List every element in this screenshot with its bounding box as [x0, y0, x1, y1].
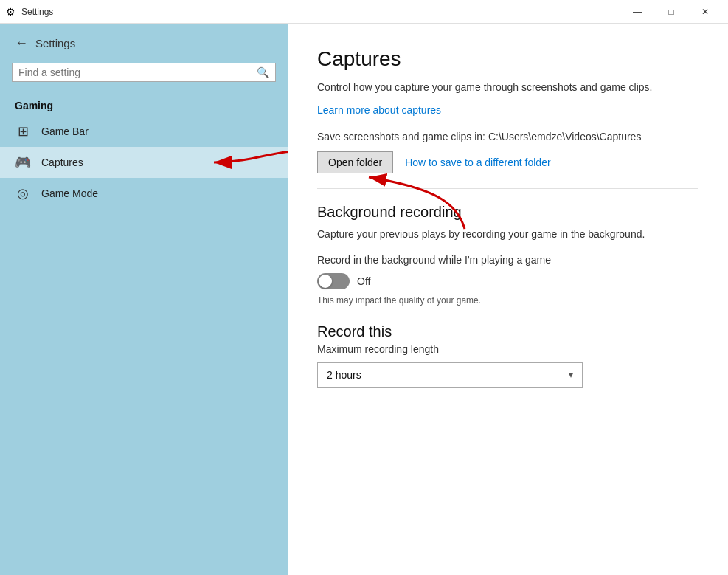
game-mode-icon: ◎ — [15, 185, 31, 202]
red-arrow-captures — [207, 148, 288, 177]
search-input[interactable] — [18, 66, 257, 78]
chevron-down-icon: ▾ — [569, 370, 573, 380]
main-content: Captures Control how you capture your ga… — [288, 24, 728, 575]
record-this-heading: Record this — [317, 323, 698, 340]
folder-row: Open folder How to save to a different f… — [317, 151, 698, 173]
sidebar-item-label-game-mode: Game Mode — [41, 187, 98, 199]
recording-length-dropdown[interactable]: 2 hours ▾ — [317, 362, 583, 388]
save-path: Save screenshots and game clips in: C:\U… — [317, 131, 698, 142]
max-length-label: Maximum recording length — [317, 343, 698, 355]
close-button[interactable]: ✕ — [688, 0, 722, 24]
search-icon: 🔍 — [257, 66, 269, 78]
sidebar-item-game-bar[interactable]: ⊞ Game Bar — [0, 116, 288, 147]
page-title: Captures — [317, 47, 698, 71]
title-bar-title: Settings — [21, 7, 53, 17]
background-recording-heading: Background recording — [317, 204, 698, 221]
minimize-button[interactable]: — — [620, 0, 654, 24]
settings-icon: ⚙ — [6, 6, 15, 18]
title-bar: ⚙ Settings — □ ✕ — [0, 0, 728, 24]
back-arrow-icon: ← — [15, 35, 28, 51]
learn-more-link[interactable]: Learn more about captures — [317, 104, 698, 116]
app-body: ← Settings 🔍 Gaming ⊞ Game Bar 🎮 Capture… — [0, 24, 728, 575]
page-description: Control how you capture your game throug… — [317, 80, 698, 95]
maximize-button[interactable]: □ — [654, 0, 688, 24]
search-box[interactable]: 🔍 — [12, 63, 276, 82]
sidebar-item-captures[interactable]: 🎮 Captures — [0, 147, 288, 178]
section-divider-1 — [317, 188, 698, 189]
sidebar: ← Settings 🔍 Gaming ⊞ Game Bar 🎮 Capture… — [0, 24, 288, 575]
toggle-row: Off — [317, 273, 698, 289]
toggle-thumb — [319, 275, 332, 288]
game-bar-icon: ⊞ — [15, 123, 31, 140]
toggle-state-label: Off — [357, 275, 370, 287]
impact-note: This may impact the quality of your game… — [317, 295, 698, 306]
title-bar-controls: — □ ✕ — [620, 0, 722, 24]
dropdown-selected-value: 2 hours — [327, 369, 361, 381]
sidebar-section-label: Gaming — [0, 94, 288, 116]
sidebar-back-button[interactable]: ← Settings — [0, 24, 288, 57]
how-to-save-link[interactable]: How to save to a different folder — [405, 156, 550, 168]
background-recording-toggle[interactable] — [317, 273, 350, 289]
sidebar-item-label-captures: Captures — [41, 156, 83, 168]
red-arrow-folder — [361, 173, 479, 233]
sidebar-item-game-mode[interactable]: ◎ Game Mode — [0, 178, 288, 209]
background-recording-desc: Capture your previous plays by recording… — [317, 227, 698, 242]
sidebar-item-label-game-bar: Game Bar — [41, 125, 89, 137]
sidebar-title: Settings — [35, 37, 75, 49]
open-folder-button[interactable]: Open folder — [317, 151, 393, 173]
captures-icon: 🎮 — [15, 154, 31, 171]
title-bar-left: ⚙ Settings — [6, 6, 53, 18]
record-label: Record in the background while I'm playi… — [317, 254, 698, 266]
